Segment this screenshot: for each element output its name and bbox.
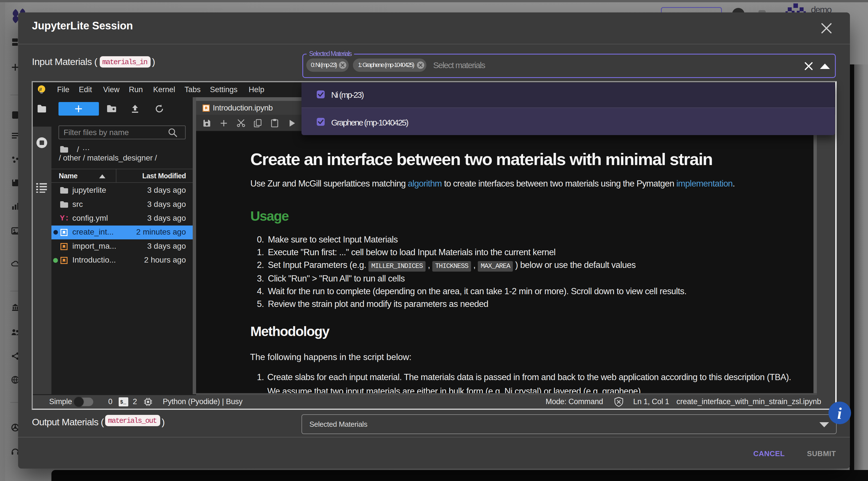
svg-text:$_: $_	[120, 399, 126, 405]
